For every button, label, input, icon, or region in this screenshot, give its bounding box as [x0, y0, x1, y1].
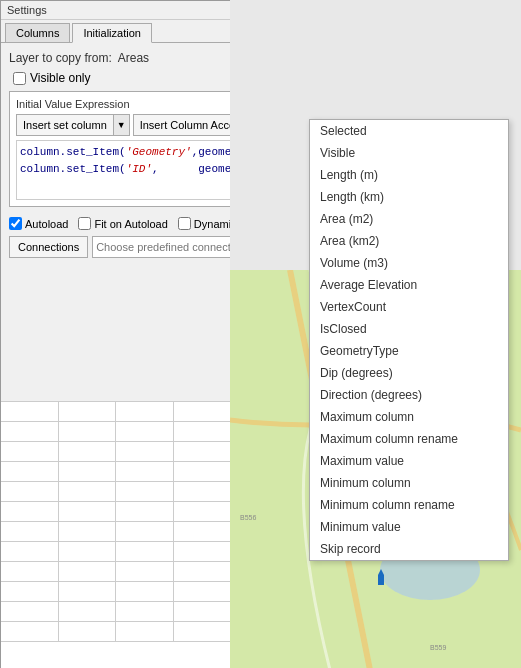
table-cell — [116, 462, 174, 482]
dropdown-item-18[interactable]: Minimum value — [310, 516, 508, 538]
table-cell — [59, 622, 117, 642]
svg-text:B559: B559 — [430, 644, 446, 651]
table-cell — [174, 462, 232, 482]
table-cell — [116, 602, 174, 622]
connections-button[interactable]: Connections — [9, 236, 88, 258]
table-grid — [1, 401, 231, 668]
visible-only-label: Visible only — [30, 71, 90, 85]
svg-text:B556: B556 — [240, 514, 256, 521]
table-cell — [116, 542, 174, 562]
dropdown-item-4[interactable]: Area (m2) — [310, 208, 508, 230]
fit-on-autoload-label: Fit on Autoload — [94, 218, 167, 230]
table-cell — [1, 522, 59, 542]
table-cell — [59, 442, 117, 462]
dropdown-item-5[interactable]: Area (km2) — [310, 230, 508, 252]
table-cell — [1, 402, 59, 422]
table-cell — [59, 522, 117, 542]
tab-initialization[interactable]: Initialization — [72, 23, 151, 43]
table-cell — [116, 622, 174, 642]
dropdown-item-3[interactable]: Length (km) — [310, 186, 508, 208]
table-cell — [116, 522, 174, 542]
table-cell — [59, 602, 117, 622]
table-cell — [174, 622, 232, 642]
table-cell — [1, 422, 59, 442]
table-cell — [59, 462, 117, 482]
layer-label: Layer to copy from: — [9, 51, 112, 65]
table-cell — [1, 582, 59, 602]
window-title: Settings — [7, 4, 47, 16]
table-cell — [116, 502, 174, 522]
table-cell — [1, 602, 59, 622]
autoload-label: Autoload — [25, 218, 68, 230]
svg-rect-5 — [378, 575, 384, 585]
dropdown-item-2[interactable]: Length (m) — [310, 164, 508, 186]
table-cell — [116, 422, 174, 442]
table-cell — [1, 622, 59, 642]
dropdown-item-6[interactable]: Volume (m3) — [310, 252, 508, 274]
insert-set-column-label: Insert set column — [17, 115, 113, 135]
table-cell — [116, 582, 174, 602]
dropdown-item-10[interactable]: GeometryType — [310, 340, 508, 362]
dropdown-item-9[interactable]: IsClosed — [310, 318, 508, 340]
table-cell — [174, 562, 232, 582]
table-cell — [174, 502, 232, 522]
table-cell — [174, 482, 232, 502]
table-cell — [59, 542, 117, 562]
dropdown-item-15[interactable]: Maximum value — [310, 450, 508, 472]
table-cell — [174, 402, 232, 422]
autoload-item: Autoload — [9, 217, 68, 230]
fit-on-autoload-checkbox[interactable] — [78, 217, 91, 230]
dropdown-item-17[interactable]: Minimum column rename — [310, 494, 508, 516]
dropdown-item-13[interactable]: Maximum column — [310, 406, 508, 428]
table-cell — [59, 482, 117, 502]
table-cell — [59, 422, 117, 442]
table-cell — [174, 582, 232, 602]
table-cell — [116, 482, 174, 502]
table-cell — [1, 442, 59, 462]
table-cell — [174, 542, 232, 562]
table-cell — [174, 442, 232, 462]
dropdown-item-11[interactable]: Dip (degrees) — [310, 362, 508, 384]
autoload-checkbox[interactable] — [9, 217, 22, 230]
table-cell — [59, 402, 117, 422]
dropdown-item-0[interactable]: Selected — [310, 120, 508, 142]
calculation-dropdown[interactable]: SelectedVisibleLength (m)Length (km)Area… — [309, 119, 509, 561]
table-cell — [174, 422, 232, 442]
table-cell — [174, 522, 232, 542]
table-cell — [1, 562, 59, 582]
table-cell — [174, 602, 232, 622]
visible-only-checkbox[interactable] — [13, 72, 26, 85]
tab-columns[interactable]: Columns — [5, 23, 70, 42]
dropdown-container: SelectedVisibleLength (m)Length (km)Area… — [310, 120, 508, 560]
insert-set-column-dropdown[interactable]: Insert set column ▼ — [16, 114, 130, 136]
dropdown-item-8[interactable]: VertexCount — [310, 296, 508, 318]
layer-value: Areas — [118, 51, 149, 65]
table-cell — [59, 582, 117, 602]
table-cell — [1, 542, 59, 562]
dropdown-item-14[interactable]: Maximum column rename — [310, 428, 508, 450]
insert-set-column-arrow[interactable]: ▼ — [113, 115, 129, 135]
dynamic-load-checkbox[interactable] — [178, 217, 191, 230]
dropdown-item-7[interactable]: Average Elevation — [310, 274, 508, 296]
fit-on-autoload-item: Fit on Autoload — [78, 217, 167, 230]
table-cell — [1, 462, 59, 482]
dropdown-item-1[interactable]: Visible — [310, 142, 508, 164]
dropdown-item-12[interactable]: Direction (degrees) — [310, 384, 508, 406]
table-cell — [59, 502, 117, 522]
dropdown-item-19[interactable]: Skip record — [310, 538, 508, 560]
table-cell — [1, 482, 59, 502]
table-cell — [59, 562, 117, 582]
table-grid-inner — [1, 402, 231, 642]
dropdown-item-16[interactable]: Minimum column — [310, 472, 508, 494]
table-cell — [116, 402, 174, 422]
table-cell — [116, 562, 174, 582]
table-cell — [1, 502, 59, 522]
table-cell — [116, 442, 174, 462]
